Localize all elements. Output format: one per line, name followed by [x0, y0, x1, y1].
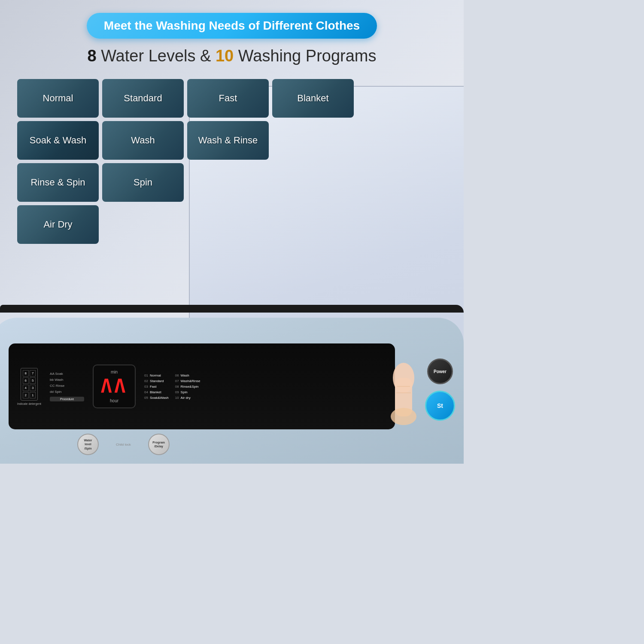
- plist-05-label: Soak&Wash: [150, 396, 169, 400]
- plist-10: 10 Air dry: [175, 396, 200, 400]
- program-tile-spin: Spin: [102, 163, 184, 202]
- wl-7: 7: [30, 370, 36, 377]
- timer-digits: ΛΛ: [100, 377, 128, 396]
- title-suffix: Washing Programs: [234, 47, 376, 65]
- water-level-section: 8 7 6 5 4 3 2 1 Indicate detergent: [17, 368, 41, 405]
- plist-08: 08 Rinse&Spin: [175, 385, 200, 389]
- rinse-label: CC Rinse: [50, 384, 64, 388]
- plist-06-num: 06: [175, 374, 179, 377]
- indicate-detergent-label: Indicate detergent: [17, 402, 41, 405]
- plist-08-num: 08: [175, 385, 179, 389]
- bottom-buttons: Waterlevel/Spin Child lock Program/Delay: [77, 434, 170, 455]
- program-label-wash-rinse: Wash & Rinse: [198, 135, 258, 146]
- plist-09-label: Spin: [181, 390, 188, 394]
- program-label-blanket: Blanket: [297, 93, 328, 104]
- plist-04-label: Blanket: [150, 390, 161, 394]
- plist-02-num: 02: [144, 379, 148, 383]
- program-label-soak-wash: Soak & Wash: [30, 135, 86, 146]
- soak-label: AA Soak: [50, 372, 63, 376]
- title-num2: 10: [216, 47, 234, 65]
- programs-grid: Normal Standard Fast Blanket Soak & Wash…: [17, 79, 447, 244]
- program-label-air-dry: Air Dry: [43, 219, 72, 230]
- plist-03: 03 Fast: [144, 385, 169, 389]
- hand-area: [369, 343, 438, 438]
- plist-06-label: Wash: [181, 374, 189, 377]
- program-tile-wash-rinse: Wash & Rinse: [187, 121, 269, 160]
- plist-04-num: 04: [144, 390, 148, 394]
- program-delay-button[interactable]: Program/Delay: [148, 434, 170, 455]
- programs-col-2: 06 Wash 07 Wash&Rinse 08 Rinse&Spin 09: [175, 374, 200, 400]
- timer-min-label: min: [100, 370, 128, 374]
- program-tile-soak-wash: Soak & Wash: [17, 121, 99, 160]
- program-tile-normal: Normal: [17, 79, 99, 118]
- title-num1: 8: [87, 47, 96, 65]
- main-title: 8 Water Levels & 10 Washing Programs: [17, 46, 447, 66]
- plist-01-num: 01: [144, 374, 148, 377]
- wl-4: 4: [23, 385, 29, 391]
- plist-10-label: Air dry: [181, 396, 191, 400]
- plist-05-num: 05: [144, 396, 148, 400]
- plist-06: 06 Wash: [175, 374, 200, 377]
- top-badge: Meet the Washing Needs of Different Clot…: [87, 13, 377, 39]
- program-label-rinse-spin: Rinse & Spin: [30, 177, 85, 188]
- programs-col-1: 01 Normal 02 Standard 03 Fast 04: [144, 374, 169, 400]
- wl-6: 6: [23, 377, 29, 384]
- program-delay-label: Program/Delay: [152, 440, 165, 448]
- plist-03-label: Fast: [150, 385, 157, 389]
- machine-body: 8 7 6 5 4 3 2 1 Indicate detergent AA So…: [0, 318, 464, 464]
- program-tile-fast: Fast: [187, 79, 269, 118]
- plist-02: 02 Standard: [144, 379, 169, 383]
- water-level-spin-label: Waterlevel/Spin: [84, 438, 92, 450]
- programs-list-section: 01 Normal 02 Standard 03 Fast 04: [144, 374, 200, 400]
- wl-5: 5: [30, 377, 36, 384]
- program-tile-blanket: Blanket: [272, 79, 354, 118]
- plist-09-num: 09: [175, 390, 179, 394]
- machine-top-edge: [0, 305, 464, 313]
- title-mid: Water Levels &: [97, 47, 216, 65]
- plist-01-label: Normal: [150, 374, 161, 377]
- badge-container: Meet the Washing Needs of Different Clot…: [17, 13, 447, 39]
- program-label-spin: Spin: [134, 177, 152, 188]
- svg-point-2: [391, 408, 416, 425]
- procedure-badge: Procedure: [50, 397, 84, 401]
- plist-07-label: Wash&Rinse: [181, 379, 200, 383]
- spin-symbol: dd Spin: [50, 390, 84, 394]
- program-tile-wash: Wash: [102, 121, 184, 160]
- program-tile-air-dry: Air Dry: [17, 205, 99, 244]
- plist-04: 04 Blanket: [144, 390, 169, 394]
- plist-08-label: Rinse&Spin: [181, 385, 199, 389]
- main-content: Meet the Washing Needs of Different Clot…: [0, 0, 464, 244]
- plist-07: 07 Wash&Rinse: [175, 379, 200, 383]
- procedure-section: AA Soak bb Wash CC Rinse dd Spin Procedu…: [50, 372, 84, 401]
- program-tile-standard: Standard: [102, 79, 184, 118]
- water-level-spin-button[interactable]: Waterlevel/Spin: [77, 434, 99, 455]
- child-lock-label: Child lock: [116, 443, 131, 447]
- program-tile-rinse-spin: Rinse & Spin: [17, 163, 99, 202]
- plist-09: 09 Spin: [175, 390, 200, 394]
- badge-text: Meet the Washing Needs of Different Clot…: [104, 19, 360, 32]
- wash-symbol: bb Wash: [50, 378, 84, 382]
- control-panel: 8 7 6 5 4 3 2 1 Indicate detergent AA So…: [9, 343, 395, 429]
- plist-07-num: 07: [175, 379, 179, 383]
- start-label: St: [437, 402, 443, 409]
- timer-hour-label: hour: [100, 398, 128, 403]
- spin-label: dd Spin: [50, 390, 61, 394]
- plist-01: 01 Normal: [144, 374, 169, 377]
- soak-symbol: AA Soak: [50, 372, 84, 376]
- plist-03-num: 03: [144, 385, 148, 389]
- wl-1: 1: [30, 392, 36, 398]
- procedure-label: Procedure: [60, 398, 74, 401]
- wash-label: bb Wash: [50, 378, 63, 382]
- plist-05: 05 Soak&Wash: [144, 396, 169, 400]
- water-level-grid: 8 7 6 5 4 3 2 1: [21, 368, 38, 401]
- wl-8: 8: [23, 370, 29, 377]
- wl-3: 3: [30, 385, 36, 391]
- program-label-normal: Normal: [43, 93, 73, 104]
- bottom-machine-area: 8 7 6 5 4 3 2 1 Indicate detergent AA So…: [0, 305, 464, 464]
- program-label-standard: Standard: [124, 93, 162, 104]
- program-label-wash: Wash: [131, 135, 155, 146]
- wl-2: 2: [23, 392, 29, 398]
- page-layout: Meet the Washing Needs of Different Clot…: [0, 0, 464, 464]
- plist-02-label: Standard: [150, 379, 164, 383]
- timer-display: min ΛΛ hour: [93, 365, 136, 408]
